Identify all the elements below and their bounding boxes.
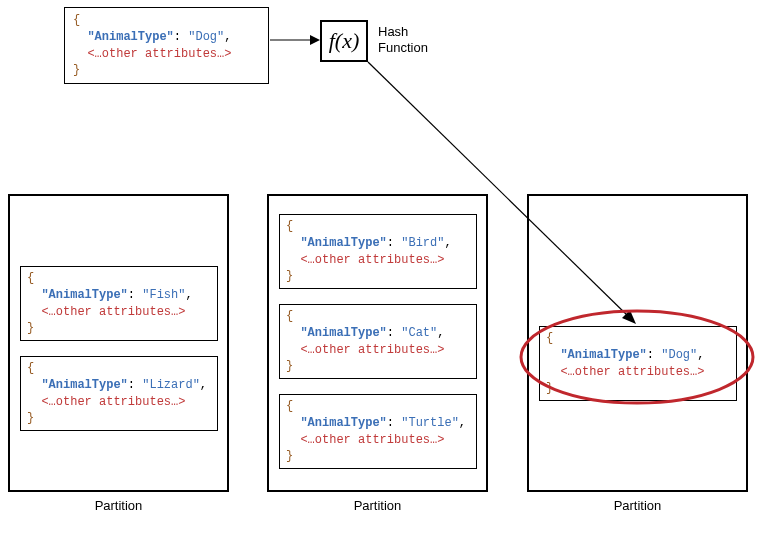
- json-value: "Bird": [401, 236, 444, 250]
- hash-function-label: Hash Function: [378, 24, 428, 55]
- json-colon: :: [387, 416, 401, 430]
- brace-open: {: [546, 331, 553, 345]
- brace-close: }: [73, 63, 80, 77]
- json-colon: :: [387, 326, 401, 340]
- json-key: "AnimalType": [41, 288, 127, 302]
- brace-close: }: [286, 269, 293, 283]
- json-other-attrs: <…other attributes…>: [300, 343, 444, 357]
- json-key: "AnimalType": [560, 348, 646, 362]
- partition-3-label: Partition: [527, 498, 748, 513]
- brace-open: {: [27, 271, 34, 285]
- comma: ,: [444, 236, 451, 250]
- record-fish: { "AnimalType": "Fish", <…other attribut…: [20, 266, 218, 341]
- partition-1-label: Partition: [8, 498, 229, 513]
- comma: ,: [185, 288, 192, 302]
- json-colon: :: [128, 288, 142, 302]
- brace-open: {: [286, 309, 293, 323]
- json-value: "Lizard": [142, 378, 200, 392]
- json-other-attrs: <…other attributes…>: [87, 47, 231, 61]
- json-key: "AnimalType": [300, 416, 386, 430]
- comma: ,: [224, 30, 231, 44]
- json-value: "Dog": [188, 30, 224, 44]
- input-record: { "AnimalType": "Dog", <…other attribute…: [64, 7, 269, 84]
- partition-2: { "AnimalType": "Bird", <…other attribut…: [267, 194, 488, 492]
- brace-close: }: [286, 449, 293, 463]
- comma: ,: [697, 348, 704, 362]
- json-value: "Fish": [142, 288, 185, 302]
- hash-function-symbol: f(x): [329, 28, 360, 54]
- json-other-attrs: <…other attributes…>: [41, 305, 185, 319]
- record-lizard: { "AnimalType": "Lizard", <…other attrib…: [20, 356, 218, 431]
- json-colon: :: [387, 236, 401, 250]
- record-bird: { "AnimalType": "Bird", <…other attribut…: [279, 214, 477, 289]
- record-dog: { "AnimalType": "Dog", <…other attribute…: [539, 326, 737, 401]
- record-cat: { "AnimalType": "Cat", <…other attribute…: [279, 304, 477, 379]
- json-key: "AnimalType": [41, 378, 127, 392]
- json-other-attrs: <…other attributes…>: [560, 365, 704, 379]
- brace-close: }: [27, 411, 34, 425]
- json-other-attrs: <…other attributes…>: [300, 433, 444, 447]
- partition-3: { "AnimalType": "Dog", <…other attribute…: [527, 194, 748, 492]
- json-key: "AnimalType": [300, 236, 386, 250]
- brace-open: {: [286, 219, 293, 233]
- brace-open: {: [73, 13, 80, 27]
- json-value: "Turtle": [401, 416, 459, 430]
- json-value: "Cat": [401, 326, 437, 340]
- json-value: "Dog": [661, 348, 697, 362]
- brace-close: }: [546, 381, 553, 395]
- brace-open: {: [27, 361, 34, 375]
- brace-close: }: [286, 359, 293, 373]
- brace-open: {: [286, 399, 293, 413]
- arrow-input-to-hash-head: [310, 35, 320, 45]
- json-key: "AnimalType": [300, 326, 386, 340]
- json-colon: :: [128, 378, 142, 392]
- json-key: "AnimalType": [87, 30, 173, 44]
- json-other-attrs: <…other attributes…>: [300, 253, 444, 267]
- json-other-attrs: <…other attributes…>: [41, 395, 185, 409]
- comma: ,: [459, 416, 466, 430]
- json-colon: :: [174, 30, 188, 44]
- comma: ,: [437, 326, 444, 340]
- record-turtle: { "AnimalType": "Turtle", <…other attrib…: [279, 394, 477, 469]
- brace-close: }: [27, 321, 34, 335]
- json-colon: :: [647, 348, 661, 362]
- hash-function-box: f(x): [320, 20, 368, 62]
- comma: ,: [200, 378, 207, 392]
- partition-1: { "AnimalType": "Fish", <…other attribut…: [8, 194, 229, 492]
- partition-2-label: Partition: [267, 498, 488, 513]
